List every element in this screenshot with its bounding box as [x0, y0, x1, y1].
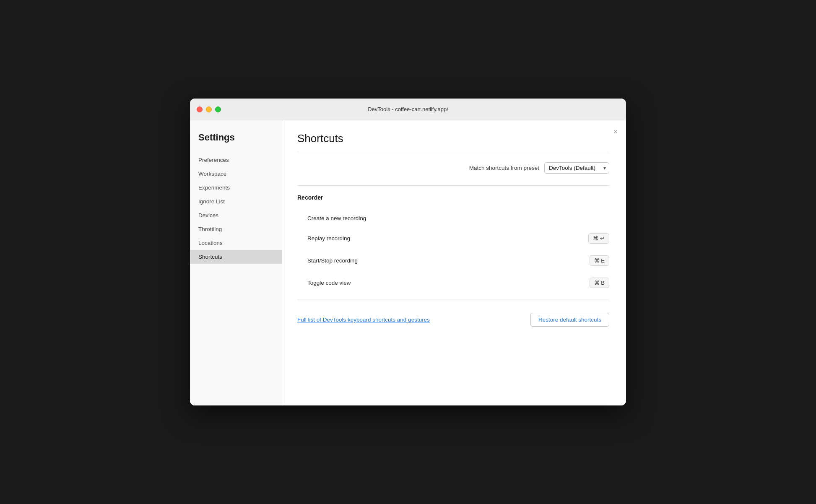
shortcut-row-replay-recording: Replay recording ⌘ ↵	[297, 227, 609, 249]
footer-link[interactable]: Full list of DevTools keyboard shortcuts…	[297, 317, 430, 323]
shortcut-name-start-stop-recording: Start/Stop recording	[307, 257, 590, 264]
shortcut-row-create-recording: Create a new recording	[297, 209, 609, 227]
shortcut-row-toggle-code-view: Toggle code view ⌘ B	[297, 272, 609, 294]
sidebar-item-throttling[interactable]: Throttling	[190, 222, 282, 236]
minimize-traffic-light[interactable]	[206, 107, 212, 112]
devtools-window: DevTools - coffee-cart.netlify.app/ Sett…	[190, 99, 626, 405]
preset-select-wrapper: DevTools (Default) Visual Studio Code	[544, 162, 609, 174]
shortcut-name-replay-recording: Replay recording	[307, 235, 588, 242]
sidebar-item-shortcuts[interactable]: Shortcuts	[190, 250, 282, 264]
sidebar-title: Settings	[190, 132, 282, 153]
sidebar-item-ignore-list[interactable]: Ignore List	[190, 195, 282, 208]
section-divider-bottom	[297, 299, 609, 299]
shortcut-key-replay-recording[interactable]: ⌘ ↵	[588, 233, 609, 244]
title-bar: DevTools - coffee-cart.netlify.app/	[190, 99, 626, 120]
main-content: × Shortcuts Match shortcuts from preset …	[282, 120, 626, 405]
window-body: Settings Preferences Workspace Experimen…	[190, 120, 626, 405]
sidebar-item-preferences[interactable]: Preferences	[190, 153, 282, 167]
section-divider-top	[297, 185, 609, 186]
footer: Full list of DevTools keyboard shortcuts…	[297, 309, 609, 330]
preset-row: Match shortcuts from preset DevTools (De…	[297, 162, 609, 174]
sidebar-item-devices[interactable]: Devices	[190, 208, 282, 222]
preset-select[interactable]: DevTools (Default) Visual Studio Code	[544, 162, 609, 174]
page-title: Shortcuts	[297, 132, 609, 145]
sidebar-item-workspace[interactable]: Workspace	[190, 167, 282, 181]
title-divider	[297, 152, 609, 152]
close-traffic-light[interactable]	[197, 107, 203, 112]
close-button[interactable]: ×	[613, 128, 618, 135]
shortcut-name-toggle-code-view: Toggle code view	[307, 280, 590, 286]
shortcut-row-start-stop-recording: Start/Stop recording ⌘ E	[297, 249, 609, 272]
shortcut-key-toggle-code-view[interactable]: ⌘ B	[590, 278, 609, 288]
sidebar-item-locations[interactable]: Locations	[190, 236, 282, 250]
maximize-traffic-light[interactable]	[215, 107, 221, 112]
preset-label: Match shortcuts from preset	[469, 165, 539, 171]
restore-defaults-button[interactable]: Restore default shortcuts	[530, 313, 609, 327]
section-header-recorder: Recorder	[297, 194, 609, 201]
sidebar-item-experiments[interactable]: Experiments	[190, 181, 282, 195]
traffic-lights	[197, 107, 221, 112]
shortcut-name-create-recording: Create a new recording	[307, 215, 609, 221]
shortcut-key-start-stop-recording[interactable]: ⌘ E	[590, 255, 609, 266]
sidebar: Settings Preferences Workspace Experimen…	[190, 120, 282, 405]
window-title: DevTools - coffee-cart.netlify.app/	[368, 106, 448, 112]
